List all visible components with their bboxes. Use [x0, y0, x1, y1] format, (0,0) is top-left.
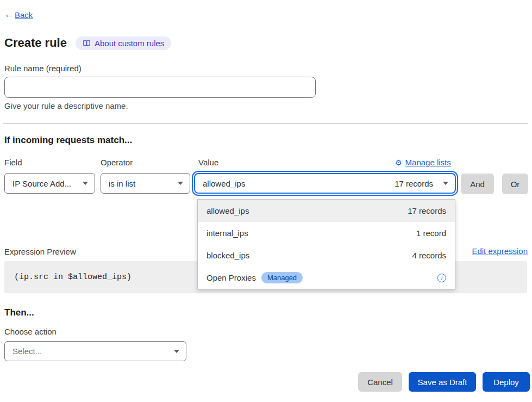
operator-select-value: is in list — [109, 179, 135, 188]
then-section-heading: Then... — [4, 307, 34, 318]
field-select[interactable]: IP Source Add... — [4, 173, 95, 194]
back-link[interactable]: ← Back — [4, 9, 33, 20]
manage-lists-link[interactable]: ⚙ Manage lists — [395, 158, 451, 167]
list-option-name: allowed_ips — [206, 206, 249, 215]
info-icon[interactable]: i — [437, 274, 446, 282]
footer-actions: Cancel Save as Draft Deploy — [0, 372, 530, 392]
book-icon — [83, 39, 91, 47]
title-row: Create rule About custom rules — [4, 36, 171, 50]
list-option-internal-ips[interactable]: internal_ips 1 record — [198, 222, 455, 244]
and-button[interactable]: And — [461, 174, 494, 194]
edit-expression-link[interactable]: Edit expression — [472, 246, 528, 256]
chevron-down-icon — [178, 182, 183, 185]
action-select-placeholder: Select... — [12, 347, 42, 356]
manage-lists-label[interactable]: Manage lists — [405, 158, 451, 167]
save-as-draft-button[interactable]: Save as Draft — [409, 372, 476, 392]
field-select-value: IP Source Add... — [12, 179, 71, 188]
chevron-down-icon — [443, 182, 448, 185]
expression-code: (ip.src in $allowed_ips) — [14, 273, 132, 282]
about-custom-rules-badge[interactable]: About custom rules — [76, 36, 171, 50]
list-option-meta: 17 records — [408, 206, 446, 215]
section-divider — [3, 123, 528, 124]
action-select[interactable]: Select... — [4, 341, 186, 361]
value-dropdown-panel: allowed_ips 17 records internal_ips 1 re… — [197, 199, 455, 289]
cancel-button[interactable]: Cancel — [358, 372, 402, 392]
rule-name-helper: Give your rule a descriptive name. — [4, 101, 128, 110]
back-link-label[interactable]: Back — [15, 10, 33, 20]
page-title: Create rule — [4, 36, 67, 50]
or-button[interactable]: Or — [502, 174, 528, 194]
operator-column-label: Operator — [101, 158, 133, 167]
value-combobox-meta: 17 records — [395, 179, 433, 188]
chevron-down-icon — [83, 182, 88, 185]
gear-icon: ⚙ — [395, 158, 402, 167]
expression-preview-label: Expression Preview — [4, 247, 76, 256]
list-option-name: Open Proxies — [206, 273, 256, 282]
choose-action-label: Choose action — [4, 327, 57, 336]
list-option-open-proxies[interactable]: Open Proxies Managed i — [198, 267, 455, 289]
list-option-meta: 4 records — [412, 251, 446, 260]
about-badge-label: About custom rules — [95, 39, 164, 48]
list-option-blocked-ips[interactable]: blocked_ips 4 records — [198, 244, 455, 267]
create-rule-page: ← Back Create rule About custom rules Ru… — [0, 0, 532, 402]
value-combobox-selection: allowed_ips — [203, 179, 245, 188]
value-combobox[interactable]: allowed_ips 17 records — [194, 173, 456, 194]
rule-name-input[interactable] — [4, 77, 316, 98]
list-option-name: blocked_ips — [206, 251, 249, 260]
rule-name-label: Rule name (required) — [4, 64, 82, 73]
chevron-down-icon — [174, 350, 179, 353]
list-option-meta: 1 record — [416, 228, 446, 238]
managed-badge: Managed — [261, 272, 303, 283]
field-column-label: Field — [4, 158, 22, 167]
operator-select[interactable]: is in list — [101, 173, 190, 194]
deploy-button[interactable]: Deploy — [483, 372, 530, 392]
back-arrow-icon: ← — [4, 9, 14, 20]
list-option-allowed-ips[interactable]: allowed_ips 17 records — [198, 200, 455, 222]
match-section-heading: If incoming requests match... — [4, 135, 132, 146]
value-column-label: Value — [198, 158, 218, 167]
list-option-name: internal_ips — [206, 228, 248, 238]
